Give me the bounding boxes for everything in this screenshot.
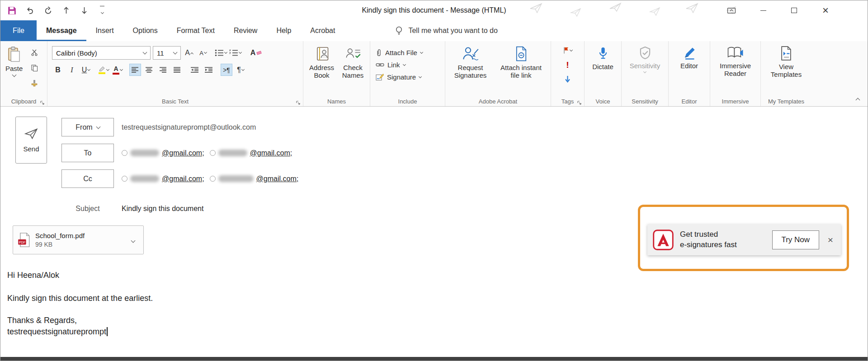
attachment-card[interactable]: PDF School_form.pdf 99 KB <box>13 225 144 254</box>
maximize-button[interactable] <box>783 0 804 20</box>
ribbon-display-options-icon <box>727 6 736 14</box>
recipient-address[interactable]: @gmail.com; <box>162 149 204 157</box>
numbering-button[interactable] <box>229 47 241 59</box>
font-color-button[interactable]: A <box>112 64 123 76</box>
decrease-indent-button[interactable] <box>189 64 201 76</box>
paragraph-marks-button[interactable]: ¶ <box>235 64 246 76</box>
tab-acrobat[interactable]: Acrobat <box>301 20 344 41</box>
attach-instant-file-link-button[interactable]: Attach instant file link <box>496 45 547 95</box>
copy-button[interactable] <box>28 61 40 74</box>
immersive-reader-button[interactable]: Immersive Reader <box>715 45 756 95</box>
follow-up-flag-button[interactable] <box>562 44 574 56</box>
clipboard-small-buttons <box>28 45 40 95</box>
presence-icon <box>122 176 127 182</box>
tab-message[interactable]: Message <box>37 20 86 41</box>
group-voice: Dictate Voice <box>585 41 622 106</box>
grow-font-button[interactable]: A <box>183 47 195 59</box>
tab-insert[interactable]: Insert <box>86 20 123 41</box>
ltr-direction-button[interactable]: >¶ <box>221 64 232 76</box>
text-highlight-button[interactable] <box>98 64 109 76</box>
bullets-icon <box>215 49 224 56</box>
arrow-up-icon <box>63 6 70 14</box>
recipient-address[interactable]: @gmail.com; <box>250 149 292 157</box>
presence-icon <box>122 150 127 156</box>
request-signatures-button[interactable]: Request Signatures <box>450 45 491 95</box>
toast-close-button[interactable]: × <box>826 234 835 245</box>
tell-me-label: Tell me what you want to do <box>408 27 497 35</box>
undo-button[interactable] <box>25 5 35 16</box>
chevron-down-icon <box>131 239 136 243</box>
tell-me-box[interactable]: Tell me what you want to do <box>395 20 497 41</box>
cc-recipients-field[interactable]: @gmail.com; @gmail.com; <box>122 169 298 188</box>
attachment-options-button[interactable] <box>127 236 139 244</box>
recipient-address[interactable]: @gmail.com; <box>162 175 204 183</box>
sensitivity-button[interactable]: Sensitivity <box>627 45 663 95</box>
tab-file[interactable]: File <box>0 20 37 41</box>
message-body[interactable]: Hi Heena/Alok Kindly sign this document … <box>7 271 153 337</box>
cc-button[interactable]: Cc <box>61 169 114 188</box>
shrink-font-button[interactable]: A <box>197 47 209 59</box>
editor-button[interactable]: Editor <box>678 45 700 95</box>
align-center-button[interactable] <box>143 64 155 76</box>
check-names-button[interactable]: Check Names <box>339 45 367 95</box>
format-painter-button[interactable] <box>28 77 40 89</box>
to-recipients-field[interactable]: @gmail.com; @gmail.com; <box>122 144 292 162</box>
group-sensitivity: Sensitivity Sensitivity <box>622 41 669 106</box>
tab-review[interactable]: Review <box>224 20 267 41</box>
adobe-esign-toast: Get trusted e-signatures fast Try Now × <box>647 224 841 255</box>
address-book-button[interactable]: Address Book <box>307 45 337 95</box>
attach-file-label: Attach File <box>385 49 417 56</box>
font-size-select[interactable]: 11 <box>153 46 181 60</box>
paste-button[interactable]: Paste <box>3 45 25 95</box>
basic-text-group-label: Basic Text <box>47 98 303 105</box>
link-icon <box>376 62 384 67</box>
clear-formatting-icon: A <box>250 49 256 57</box>
signature-button[interactable]: Signature <box>376 71 442 83</box>
attach-instant-file-link-label: Attach instant file link <box>498 64 544 80</box>
save-icon <box>8 6 16 15</box>
bullets-button[interactable] <box>215 47 227 59</box>
tab-options[interactable]: Options <box>123 20 167 41</box>
align-right-icon <box>160 67 167 73</box>
include-group-label: Include <box>370 98 445 105</box>
customize-qat-button[interactable] <box>97 5 107 16</box>
view-templates-button[interactable]: View Templates <box>767 45 806 95</box>
ribbon-display-options-button[interactable] <box>721 0 742 20</box>
font-name-select[interactable]: Calibri (Body) <box>52 46 151 60</box>
clear-formatting-button[interactable]: A <box>250 47 262 59</box>
attach-file-button[interactable]: Attach File <box>376 47 442 59</box>
increase-indent-button[interactable] <box>203 64 215 76</box>
try-now-button[interactable]: Try Now <box>772 230 819 249</box>
redacted-recipient-name <box>130 150 159 156</box>
tab-format-text[interactable]: Format Text <box>167 20 224 41</box>
italic-button[interactable]: I <box>66 64 78 76</box>
tab-help[interactable]: Help <box>267 20 301 41</box>
redacted-recipient-name <box>218 175 254 182</box>
dictate-button[interactable]: Dictate <box>590 45 616 95</box>
chevron-down-icon <box>643 70 646 73</box>
redo-button[interactable] <box>43 5 53 16</box>
move-up-button[interactable] <box>61 5 71 16</box>
save-button[interactable] <box>7 5 17 16</box>
justify-button[interactable] <box>171 64 183 76</box>
link-button[interactable]: Link <box>376 59 442 71</box>
align-left-button[interactable] <box>129 64 141 76</box>
low-importance-button[interactable] <box>562 73 574 85</box>
underline-button[interactable]: U <box>80 64 92 76</box>
paste-dropdown-icon[interactable] <box>12 73 16 77</box>
move-down-button[interactable] <box>79 5 89 16</box>
to-button[interactable]: To <box>61 144 114 162</box>
recipient-address[interactable]: @gmail.com; <box>256 175 299 183</box>
close-button[interactable]: × <box>815 0 836 20</box>
send-button[interactable]: Send <box>15 117 47 164</box>
high-importance-button[interactable]: ! <box>562 59 574 71</box>
cut-button[interactable] <box>28 46 40 58</box>
align-right-button[interactable] <box>157 64 169 76</box>
bold-button[interactable]: B <box>52 64 64 76</box>
collapse-ribbon-button[interactable] <box>856 98 860 103</box>
grow-font-icon: A <box>185 49 190 57</box>
from-button[interactable]: From <box>61 118 114 136</box>
undo-icon <box>26 6 34 15</box>
minimize-button[interactable] <box>753 0 774 20</box>
subject-field[interactable]: Kindly sign this document <box>122 201 203 217</box>
